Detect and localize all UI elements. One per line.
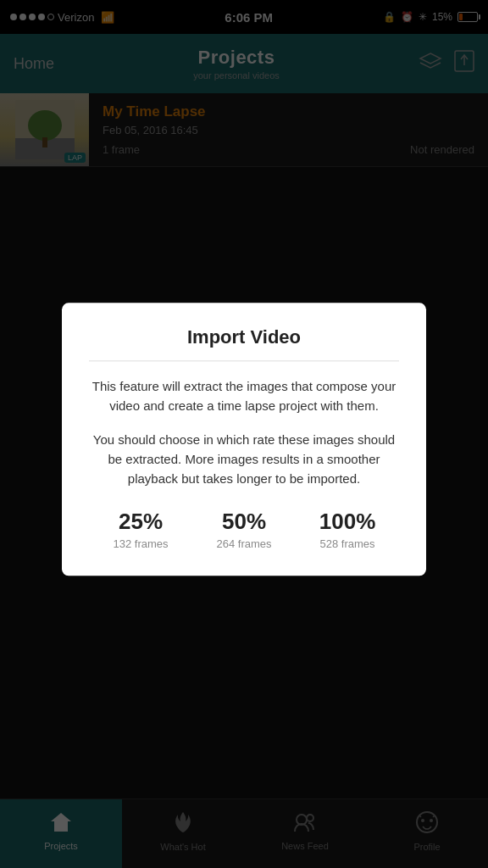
modal-description-2: You should choose in which rate these im… bbox=[89, 430, 399, 489]
option-25[interactable]: 25% 132 frames bbox=[89, 509, 192, 551]
option-100[interactable]: 100% 528 frames bbox=[296, 509, 399, 551]
option-25-frames: 132 frames bbox=[89, 538, 192, 551]
option-50-percent: 50% bbox=[192, 509, 296, 536]
option-50-frames: 264 frames bbox=[192, 538, 296, 551]
modal-description-1: This feature will extract the images tha… bbox=[89, 376, 399, 416]
option-25-percent: 25% bbox=[89, 509, 192, 536]
modal-options: 25% 132 frames 50% 264 frames 100% 528 f… bbox=[89, 509, 399, 551]
option-50[interactable]: 50% 264 frames bbox=[192, 509, 296, 551]
option-100-frames: 528 frames bbox=[296, 538, 399, 551]
modal-divider bbox=[89, 360, 399, 361]
modal-title: Import Video bbox=[89, 326, 399, 348]
option-100-percent: 100% bbox=[296, 509, 399, 536]
import-video-modal: Import Video This feature will extract t… bbox=[62, 303, 426, 576]
